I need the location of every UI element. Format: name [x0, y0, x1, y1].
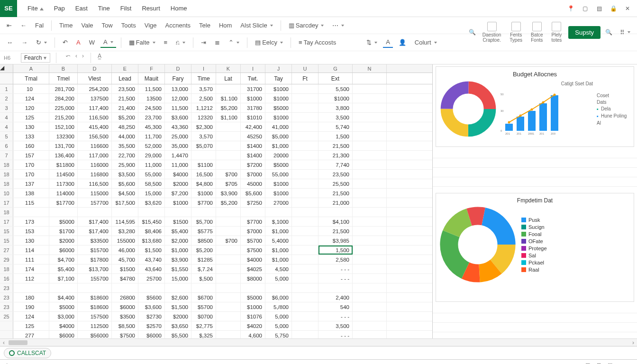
- cell[interactable]: [165, 208, 191, 217]
- cell[interactable]: 1,4470: [165, 151, 191, 160]
- cell[interactable]: $13,700: [78, 264, 112, 273]
- rb-alst-slicle[interactable]: Alst Slicle: [237, 20, 275, 30]
- cell[interactable]: $7,200: [165, 189, 191, 198]
- row-number[interactable]: 29: [0, 255, 13, 264]
- cell[interactable]: $3,900: [165, 255, 191, 264]
- cell[interactable]: $8,406: [138, 227, 165, 236]
- row-number[interactable]: 17: [0, 217, 13, 226]
- cell[interactable]: [292, 151, 318, 160]
- cell[interactable]: $1000: [265, 84, 292, 93]
- cell[interactable]: [353, 283, 387, 292]
- cell[interactable]: 15,000: [165, 274, 191, 283]
- cell[interactable]: 133: [13, 132, 49, 141]
- cell[interactable]: $3,985: [318, 236, 353, 245]
- cell[interactable]: $1,000: [265, 246, 292, 255]
- cell[interactable]: 21,500: [318, 189, 353, 198]
- cell[interactable]: $6000: [112, 302, 138, 311]
- row-number[interactable]: 5: [0, 132, 13, 141]
- col-header[interactable]: N: [353, 64, 387, 73]
- cell[interactable]: [353, 132, 387, 141]
- cell[interactable]: 153: [13, 227, 49, 236]
- cell[interactable]: [216, 283, 241, 292]
- cell[interactable]: $7000: [241, 227, 265, 236]
- cell[interactable]: 152,100: [49, 122, 78, 131]
- cell[interactable]: $4780: [112, 274, 138, 283]
- row-number[interactable]: 23: [0, 283, 13, 292]
- person-icon[interactable]: 👤: [396, 37, 409, 47]
- cell[interactable]: 130: [13, 236, 49, 245]
- row-number[interactable]: 6: [0, 141, 13, 150]
- cell[interactable]: $6,000: [265, 293, 292, 302]
- cell[interactable]: [353, 208, 387, 217]
- cell[interactable]: [216, 246, 241, 255]
- cell[interactable]: $1400: [241, 151, 265, 160]
- cell[interactable]: 157700: [78, 198, 112, 207]
- cell[interactable]: $1700: [49, 227, 78, 236]
- cell[interactable]: [13, 208, 49, 217]
- indent-l-icon[interactable]: ⇥: [198, 37, 209, 47]
- cell[interactable]: $7500: [241, 246, 265, 255]
- cell[interactable]: [191, 208, 216, 217]
- cell[interactable]: [241, 208, 265, 217]
- rg-daestion[interactable]: DaestionCraptoe.: [481, 22, 503, 43]
- cell[interactable]: [292, 255, 318, 264]
- cell[interactable]: $1000: [265, 94, 292, 103]
- zoom-out-icon[interactable]: −: [630, 362, 633, 364]
- cell[interactable]: 138: [13, 189, 49, 198]
- fx-a-icon[interactable]: A̲: [98, 53, 101, 63]
- cell[interactable]: 156,500: [78, 132, 112, 141]
- cell[interactable]: $2000: [165, 179, 191, 188]
- cell[interactable]: $5,600: [112, 179, 138, 188]
- cell[interactable]: - - -: [318, 274, 353, 283]
- cell[interactable]: $7700: [241, 217, 265, 226]
- cell[interactable]: 116,500: [78, 113, 112, 122]
- cell[interactable]: [165, 283, 191, 292]
- cell[interactable]: [353, 293, 387, 302]
- pin-icon[interactable]: 📍: [567, 5, 574, 12]
- cell[interactable]: 21,500: [318, 227, 353, 236]
- cell[interactable]: 1,1212: [191, 103, 216, 112]
- cell[interactable]: [216, 160, 241, 169]
- cell[interactable]: 3,500: [318, 113, 353, 122]
- undo-icon[interactable]: ↶: [60, 37, 71, 47]
- cell[interactable]: $5,200: [191, 246, 216, 255]
- cell[interactable]: 170: [13, 170, 49, 179]
- cell[interactable]: 116000: [78, 160, 112, 169]
- cell[interactable]: [216, 274, 241, 283]
- cell[interactable]: $4020: [241, 321, 265, 330]
- cell[interactable]: $1,000: [265, 255, 292, 264]
- cell[interactable]: $5000: [49, 217, 78, 226]
- cell[interactable]: 114,595: [112, 217, 138, 226]
- cell[interactable]: - - -: [318, 264, 353, 273]
- cell[interactable]: $1000: [265, 113, 292, 122]
- row-number[interactable]: 23: [0, 302, 13, 311]
- cell[interactable]: [78, 208, 112, 217]
- row-number[interactable]: 18: [0, 170, 13, 179]
- cell[interactable]: [292, 274, 318, 283]
- cell[interactable]: $1000: [318, 94, 353, 103]
- cell[interactable]: $5,700: [191, 217, 216, 226]
- cell[interactable]: [292, 217, 318, 226]
- cell[interactable]: 116,500: [78, 179, 112, 188]
- scroll-thumb[interactable]: [9, 340, 27, 345]
- cell[interactable]: [292, 227, 318, 236]
- row-number[interactable]: 4: [0, 122, 13, 131]
- cell[interactable]: $5600: [138, 293, 165, 302]
- cell[interactable]: 5,4000: [265, 236, 292, 245]
- cell[interactable]: 24,500: [138, 103, 165, 112]
- field-header[interactable]: Ft: [292, 73, 318, 84]
- cell[interactable]: 21,500: [112, 94, 138, 103]
- cell[interactable]: [49, 208, 78, 217]
- cell[interactable]: [241, 283, 265, 292]
- cell[interactable]: [292, 132, 318, 141]
- cell[interactable]: 23,500: [112, 84, 138, 93]
- cell[interactable]: 45000: [241, 179, 265, 188]
- cell[interactable]: 1,500: [318, 246, 353, 255]
- cell[interactable]: 42,400: [241, 122, 265, 131]
- cell[interactable]: 114500: [49, 170, 78, 179]
- col-header[interactable]: D: [165, 64, 191, 73]
- cell[interactable]: [292, 141, 318, 150]
- cell[interactable]: 11,500: [138, 84, 165, 93]
- cell[interactable]: [353, 264, 387, 273]
- row-number[interactable]: 16: [0, 274, 13, 283]
